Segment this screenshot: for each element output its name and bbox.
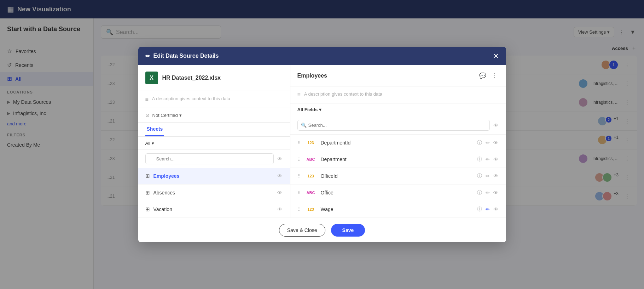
rp-header: Employees 💬 ⋮ — [290, 65, 506, 86]
toggle-visibility-button[interactable]: 👁 — [277, 155, 283, 163]
sheet-title: Employees — [297, 73, 474, 79]
field-info-button[interactable]: ⓘ — [476, 189, 483, 197]
drag-handle-icon[interactable]: ⠿ — [297, 207, 301, 212]
field-name: DepartmentId — [321, 140, 473, 146]
sheets-list: ⊞ Employees 👁 ⊞ Absences 👁 ⊞ Vacation 👁 — [138, 168, 290, 218]
field-edit-button[interactable]: ✏ — [485, 172, 491, 180]
field-actions: ⓘ ✏ 👁 — [476, 205, 499, 213]
field-name: Wage — [321, 206, 473, 212]
chevron-down-icon: ▾ — [319, 107, 321, 112]
chat-icon-button[interactable]: 💬 — [478, 71, 488, 80]
sheet-name: Employees — [153, 173, 273, 179]
sheet-name: Vacation — [153, 206, 273, 212]
drag-handle-icon[interactable]: ⠿ — [297, 190, 301, 196]
file-name: HR Dataset_2022.xlsx — [162, 75, 221, 81]
field-edit-button[interactable]: ✏ — [485, 206, 491, 213]
field-visibility-button[interactable]: 👁 — [493, 139, 499, 146]
right-panel: Employees 💬 ⋮ ≡ A description gives cont… — [290, 65, 506, 218]
field-actions: ⓘ ✏ 👁 — [476, 139, 499, 147]
field-row-office: ⠿ ABC Office ⓘ ✏ 👁 — [290, 185, 506, 201]
field-name: Office — [321, 190, 473, 196]
sheet-visibility-button[interactable]: 👁 — [277, 189, 283, 196]
field-info-button[interactable]: ⓘ — [476, 205, 483, 213]
fields-search-row: 🔍 👁 — [290, 116, 506, 135]
field-row-officeid: ⠿ 123 OfficeId ⓘ ✏ 👁 — [290, 168, 506, 185]
edit-data-source-modal: ✏ Edit Data Source Details ✕ X HR Datase… — [138, 47, 506, 242]
sheet-item-absences[interactable]: ⊞ Absences 👁 — [138, 185, 290, 201]
cert-row: ⊘ Not Certified ▾ — [138, 108, 290, 123]
field-edit-button[interactable]: ✏ — [485, 156, 491, 163]
all-sheets-dropdown[interactable]: All ▾ — [145, 141, 154, 146]
sheet-filter-row: All ▾ — [138, 137, 290, 150]
cert-label[interactable]: Not Certified ▾ — [152, 113, 182, 118]
field-visibility-button[interactable]: 👁 — [493, 156, 499, 163]
field-type-badge: ABC — [304, 190, 317, 196]
chevron-down-icon: ▾ — [179, 113, 182, 118]
modal-header: ✏ Edit Data Source Details ✕ — [138, 47, 506, 65]
save-close-button[interactable]: Save & Close — [279, 224, 325, 237]
field-name: Department — [321, 157, 473, 162]
field-visibility-button[interactable]: 👁 — [493, 172, 499, 180]
field-actions: ⓘ ✏ 👁 — [476, 155, 499, 163]
modal-body: X HR Dataset_2022.xlsx ≡ A description g… — [138, 65, 506, 218]
table-icon: ⊞ — [145, 206, 150, 212]
sheet-search-row: 🔍 👁 — [138, 150, 290, 168]
fields-search-input[interactable] — [297, 120, 490, 131]
drag-handle-icon[interactable]: ⠿ — [297, 157, 301, 162]
field-type-badge: ABC — [304, 157, 317, 162]
table-icon: ⊞ — [145, 173, 150, 179]
save-button[interactable]: Save — [331, 224, 365, 237]
not-certified-icon: ⊘ — [145, 112, 150, 118]
fields-list: ⠿ 123 DepartmentId ⓘ ✏ 👁 ⠿ ABC Departm — [290, 135, 506, 218]
more-options-button[interactable]: ⋮ — [491, 71, 499, 80]
tab-sheets[interactable]: Sheets — [145, 123, 164, 136]
drag-handle-icon[interactable]: ⠿ — [297, 174, 301, 179]
field-edit-button[interactable]: ✏ — [485, 189, 491, 196]
field-row-departmentid: ⠿ 123 DepartmentId ⓘ ✏ 👁 — [290, 135, 506, 151]
field-visibility-button[interactable]: 👁 — [493, 189, 499, 196]
description-icon: ≡ — [297, 92, 301, 98]
description-icon: ≡ — [145, 96, 149, 103]
field-type-badge: 123 — [304, 206, 317, 212]
all-fields-dropdown[interactable]: All Fields ▾ — [297, 107, 322, 112]
field-actions: ⓘ ✏ 👁 — [476, 172, 499, 180]
modal-title: ✏ Edit Data Source Details — [145, 53, 219, 60]
search-icon: 🔍 — [301, 123, 307, 128]
field-visibility-button[interactable]: 👁 — [493, 206, 499, 213]
field-info-button[interactable]: ⓘ — [476, 172, 483, 180]
sheet-visibility-button[interactable]: 👁 — [277, 206, 283, 213]
file-header: X HR Dataset_2022.xlsx — [138, 65, 290, 91]
xlsx-icon: X — [145, 72, 158, 84]
left-panel: X HR Dataset_2022.xlsx ≡ A description g… — [138, 65, 290, 218]
description-text: A description gives context to this data — [304, 91, 382, 97]
field-edit-button[interactable]: ✏ — [485, 139, 491, 146]
field-actions: ⓘ ✏ 👁 — [476, 189, 499, 197]
field-type-badge: 123 — [304, 140, 317, 146]
modal-close-button[interactable]: ✕ — [493, 52, 499, 60]
field-row-wage: ⠿ 123 Wage ⓘ ✏ 👁 — [290, 201, 506, 218]
chevron-down-icon: ▾ — [152, 141, 154, 146]
rp-description: ≡ A description gives context to this da… — [290, 86, 506, 103]
fields-filter-row: All Fields ▾ — [290, 103, 506, 116]
sheet-name: Absences — [153, 190, 273, 196]
drag-handle-icon[interactable]: ⠿ — [297, 140, 301, 146]
field-type-badge: 123 — [304, 173, 317, 179]
field-name: OfficeId — [321, 173, 473, 179]
modal-footer: Save & Close Save — [138, 218, 506, 242]
edit-pencil-icon: ✏ — [145, 53, 150, 60]
rp-icons: 💬 ⋮ — [478, 71, 499, 80]
modal-overlay: ✏ Edit Data Source Details ✕ X HR Datase… — [0, 0, 644, 289]
file-description: ≡ A description gives context to this da… — [138, 91, 290, 108]
field-info-button[interactable]: ⓘ — [476, 155, 483, 163]
table-icon: ⊞ — [145, 189, 150, 196]
field-row-department: ⠿ ABC Department ⓘ ✏ 👁 — [290, 151, 506, 168]
toggle-all-visibility-button[interactable]: 👁 — [493, 122, 499, 129]
sheet-item-employees[interactable]: ⊞ Employees 👁 — [138, 168, 290, 185]
sheet-item-vacation[interactable]: ⊞ Vacation 👁 — [138, 201, 290, 218]
sheets-tab-row: Sheets — [138, 123, 290, 137]
sheet-search-input[interactable] — [145, 153, 274, 164]
description-text: A description gives context to this data — [152, 96, 230, 101]
sheet-visibility-button[interactable]: 👁 — [277, 172, 283, 180]
field-info-button[interactable]: ⓘ — [476, 139, 483, 147]
